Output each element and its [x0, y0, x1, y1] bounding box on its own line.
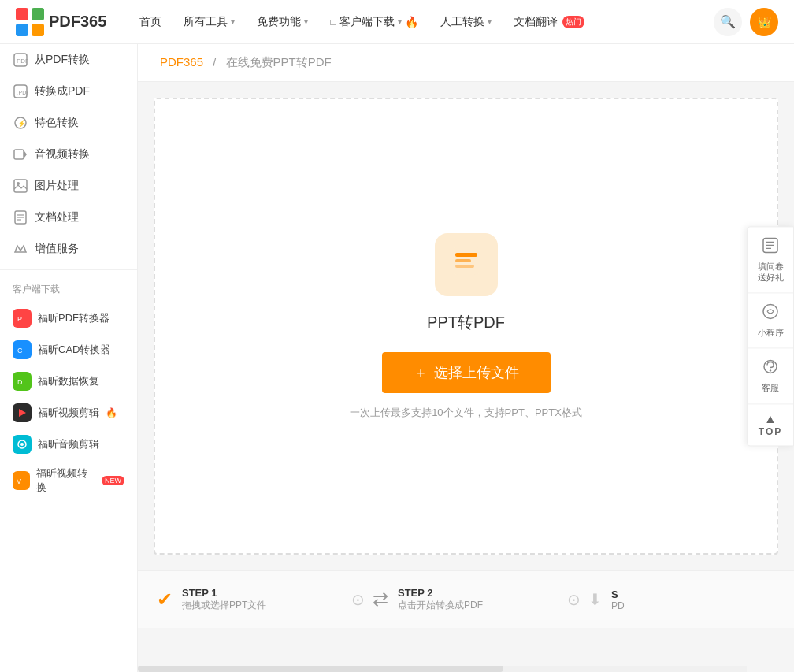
nav-item-free[interactable]: 免费功能 ▾: [247, 10, 317, 34]
client-item-cad-converter[interactable]: C 福昕CAD转换器: [13, 334, 124, 366]
client-item-video-edit[interactable]: 福昕视频剪辑 🔥: [13, 397, 124, 429]
svg-rect-28: [455, 265, 474, 268]
hot-badge: 热门: [562, 16, 584, 28]
step-2: ⇄ STEP 2 点击开始转换成PDF: [373, 587, 559, 612]
svg-text:V: V: [17, 477, 21, 485]
client-cad-label: 福昕CAD转换器: [38, 343, 110, 357]
audio-edit-icon: [13, 435, 32, 454]
logo-text: PDF365: [49, 13, 106, 31]
step-1-check-icon: ✔: [157, 588, 173, 611]
svg-rect-26: [455, 253, 477, 257]
float-panel: 填问卷送好礼 小程序 客服 ▲ TOP: [747, 226, 794, 446]
client-item-pdf-converter[interactable]: P 福昕PDF转换器: [13, 303, 124, 334]
chevron-down-icon: ▾: [398, 17, 402, 26]
vip-icon: [13, 241, 28, 257]
svg-rect-27: [455, 259, 471, 262]
step-3-icon: ⬇: [588, 590, 602, 609]
header-actions: 🔍 👑: [714, 8, 778, 36]
float-top-button[interactable]: ▲ TOP: [748, 404, 793, 445]
nav-translate-label: 文档翻译: [514, 15, 558, 29]
step-1-content: STEP 1 拖拽或选择PPT文件: [182, 587, 266, 612]
to-pdf-icon: ↓PDF: [13, 84, 28, 99]
client-item-audio-edit[interactable]: 福昕音频剪辑: [13, 429, 124, 460]
step-arrow-2: ⊙: [567, 590, 581, 609]
logo-icon: [16, 8, 44, 36]
client-item-data-recovery[interactable]: D 福昕数据恢复: [13, 366, 124, 397]
svg-point-35: [770, 370, 771, 372]
sidebar-item-special[interactable]: ⚡ 特色转换: [0, 107, 137, 139]
svg-rect-1: [32, 8, 44, 20]
nav-item-manual[interactable]: 人工转换 ▾: [431, 10, 501, 34]
nav-item-translate[interactable]: 文档翻译 热门: [504, 10, 594, 34]
upload-area[interactable]: PPT转PDF ＋ 选择上传文件 一次上传最多支持10个文件，支持PPT、PPT…: [154, 98, 778, 555]
step-2-num: STEP 2: [398, 587, 483, 599]
step-2-desc: 点击开始转换成PDF: [398, 599, 483, 612]
avatar-button[interactable]: 👑: [750, 8, 778, 36]
svg-rect-10: [14, 150, 24, 159]
sidebar-item-video[interactable]: 音视频转换: [0, 139, 137, 170]
sidebar-to-pdf-label: 转换成PDF: [35, 84, 90, 98]
client-pdf-label: 福昕PDF转换器: [38, 311, 109, 325]
pdf-converter-icon: P: [13, 309, 32, 328]
client-section: 客户端下载 P 福昕PDF转换器 C 福昕CAD转换器 D 福昕数据恢复: [0, 275, 137, 506]
upload-hint: 一次上传最多支持10个文件，支持PPT、PPTX格式: [350, 406, 582, 420]
client-section-title: 客户端下载: [13, 283, 124, 296]
upload-button[interactable]: ＋ 选择上传文件: [382, 352, 551, 393]
float-service-item[interactable]: 客服: [748, 349, 793, 404]
breadcrumb-site: PDF365: [160, 55, 203, 69]
step-2-content: STEP 2 点击开始转换成PDF: [398, 587, 483, 612]
ppt-icon: [449, 243, 484, 285]
ppt-title: PPT转PDF: [427, 312, 505, 333]
nav-item-tools[interactable]: 所有工具 ▾: [174, 10, 244, 34]
client-item-video-convert[interactable]: V 福昕视频转换 NEW: [13, 460, 124, 501]
bottom-scrollbar[interactable]: [138, 666, 747, 672]
survey-label: 填问卷送好礼: [758, 261, 784, 284]
ppt-icon-box: [435, 233, 498, 296]
svg-text:↓PDF: ↓PDF: [16, 90, 28, 95]
float-survey-item[interactable]: 填问卷送好礼: [748, 227, 793, 294]
sidebar: PDF 从PDF转换 ↓PDF 转换成PDF ⚡ 特色转换 音视频转换: [0, 44, 138, 672]
nav-item-home[interactable]: 首页: [130, 10, 171, 34]
download-icon: □: [330, 17, 336, 28]
nav-item-download[interactable]: □ 客户端下载 ▾ 🔥: [321, 10, 427, 34]
top-arrow-icon: ▲: [764, 412, 777, 426]
sidebar-item-image[interactable]: 图片处理: [0, 170, 137, 202]
image-icon: [13, 178, 28, 194]
svg-text:D: D: [17, 378, 23, 386]
search-icon: 🔍: [720, 14, 736, 29]
breadcrumb: PDF365 / 在线免费PPT转PDF: [138, 44, 794, 82]
sidebar-from-pdf-label: 从PDF转换: [35, 53, 90, 67]
step-1: ✔ STEP 1 拖拽或选择PPT文件: [157, 587, 343, 612]
step-3-desc: PD: [611, 600, 625, 611]
sidebar-item-doc[interactable]: 文档处理: [0, 202, 137, 233]
client-audio-label: 福昕音频剪辑: [38, 437, 99, 451]
step-1-num: STEP 1: [182, 587, 266, 599]
nav-free-label: 免费功能: [257, 15, 301, 29]
sidebar-item-from-pdf[interactable]: PDF 从PDF转换: [0, 44, 137, 76]
step-3-content: S PD: [611, 588, 625, 611]
scrollbar-thumb: [138, 666, 503, 672]
upload-btn-label: 选择上传文件: [434, 363, 519, 382]
top-label: TOP: [759, 426, 782, 437]
fire-icon: 🔥: [405, 16, 418, 28]
video-edit-icon: [13, 403, 32, 422]
breadcrumb-separator: /: [213, 55, 216, 69]
miniapp-label: 小程序: [758, 328, 784, 339]
svg-rect-3: [32, 24, 44, 36]
step-arrow-1: ⊙: [351, 590, 365, 609]
svg-point-23: [20, 443, 24, 446]
step-3-num: S: [611, 588, 625, 600]
sidebar-item-vip[interactable]: 增值服务: [0, 233, 137, 265]
logo[interactable]: PDF365: [16, 8, 106, 36]
sidebar-doc-label: 文档处理: [35, 210, 79, 225]
survey-icon: [762, 236, 779, 258]
search-button[interactable]: 🔍: [714, 8, 742, 36]
sidebar-video-label: 音视频转换: [35, 147, 90, 162]
float-miniapp-item[interactable]: 小程序: [748, 294, 793, 349]
chevron-down-icon: ▾: [488, 17, 492, 26]
crown-icon: 👑: [758, 16, 771, 28]
sidebar-item-to-pdf[interactable]: ↓PDF 转换成PDF: [0, 76, 137, 107]
client-data-label: 福昕数据恢复: [38, 374, 99, 388]
special-icon: ⚡: [13, 115, 28, 131]
nav-manual-label: 人工转换: [440, 15, 484, 29]
